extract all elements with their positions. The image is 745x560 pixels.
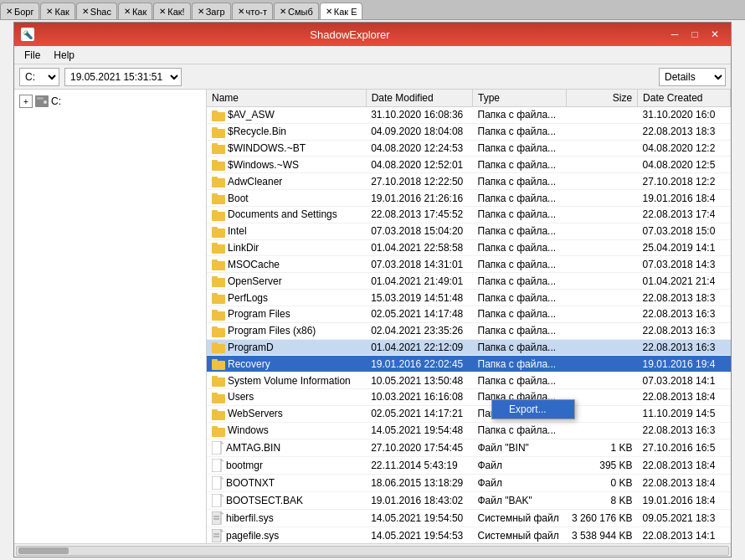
table-row[interactable]: Program Files (x86)02.04.2021 23:35:26Па… [207,322,731,339]
file-type: Файл [473,456,567,474]
date-select[interactable]: 19.05.2021 15:31:51 [64,68,182,86]
file-icon [212,109,228,121]
file-name-text: pagefile.sys [226,530,279,542]
table-row[interactable]: AMTAG.BIN27.10.2020 17:54:45Файл "BIN"1 … [207,439,731,456]
table-row[interactable]: Intel07.03.2018 15:04:20Папка с файла...… [207,223,731,239]
file-type: Папка с файла... [473,140,567,157]
view-select[interactable]: Details [659,68,726,86]
table-row[interactable]: ProgramD01.04.2021 22:12:09Папка с файла… [207,339,731,356]
table-row[interactable]: Recovery19.01.2016 22:02:45Папка с файла… [207,356,731,372]
file-size [567,339,638,356]
table-row[interactable]: Windows14.05.2021 19:54:48Папка с файла.… [207,422,731,439]
table-row[interactable]: Users10.03.2021 16:16:08Папка с файла...… [207,389,731,406]
table-row[interactable]: AdwCleaner27.10.2018 12:22:50Папка с фай… [207,173,731,190]
tab-close-x[interactable]: ✕ [326,7,332,16]
tab-close-x[interactable]: ✕ [280,7,286,16]
tab-shac[interactable]: ✕ Shac [76,3,117,19]
tab-shadowexplorer[interactable]: ✕ Как Е [320,3,363,19]
tab-close-x[interactable]: ✕ [46,7,53,16]
table-row[interactable]: OpenServer01.04.2021 21:49:01Папка с фай… [207,273,731,290]
svg-marker-44 [221,441,224,444]
close-button[interactable]: ✕ [706,27,724,42]
col-name[interactable]: Name [207,90,366,107]
file-date-modified: 14.05.2021 19:54:48 [366,422,472,439]
tab-close-x[interactable]: ✕ [238,7,244,16]
file-icon [212,476,226,490]
file-name-text: ProgramD [228,342,274,353]
context-menu-export[interactable]: Export... [492,400,574,419]
table-row[interactable]: $WINDOWS.~BT04.08.2020 12:24:53Папка с ф… [207,140,731,157]
file-size: 8 KB [567,491,638,509]
table-row[interactable]: $Windows.~WS04.08.2020 12:52:01Папка с ф… [207,157,731,173]
col-date-modified[interactable]: Date Modified [366,90,472,107]
tree-item-c[interactable]: + C: [18,93,203,110]
tab-kak1[interactable]: ✕ Как [40,3,74,19]
tab-chto[interactable]: ✕ что-т [232,3,273,19]
menu-help[interactable]: Help [47,48,81,63]
app-icon: 🔦 [21,28,34,41]
file-type: Папка с файла... [473,239,567,256]
table-row[interactable]: PerfLogs15.03.2019 14:51:48Папка с файла… [207,290,731,306]
file-name-cell: LinkDir [207,239,366,256]
table-row[interactable]: pagefile.sys14.05.2021 19:54:53Системный… [207,527,731,543]
file-name-cell: MSOCache [207,256,366,273]
file-name-text: PerfLogs [228,292,268,304]
tab-label: Загр [206,7,225,17]
file-date-created: 07.03.2018 15:0 [638,223,731,239]
table-row[interactable]: Program Files02.05.2021 14:17:48Папка с … [207,306,731,322]
tab-close-x[interactable]: ✕ [124,7,131,16]
table-row[interactable]: LinkDir01.04.2021 22:58:58Папка с файла.… [207,239,731,256]
file-name-text: $WINDOWS.~BT [228,142,306,154]
file-name-text: AdwCleaner [228,176,282,188]
file-date-modified: 07.03.2018 15:04:20 [366,223,472,239]
table-row[interactable]: hiberfil.sys14.05.2021 19:54:50Системный… [207,509,731,527]
tab-close-x[interactable]: ✕ [159,7,166,16]
file-panel[interactable]: Name Date Modified Type Size Date Create… [207,90,731,543]
tree-expand-icon[interactable]: + [19,95,33,108]
table-row[interactable]: bootmgr22.11.2014 5:43:19Файл395 KB22.08… [207,456,731,474]
file-date-created: 19.01.2016 19:4 [638,356,731,372]
table-row[interactable]: MSOCache07.03.2018 14:31:01Папка с файла… [207,256,731,273]
tab-close-x[interactable]: ✕ [198,7,204,16]
tab-zagr[interactable]: ✕ Загр [192,3,231,19]
table-row[interactable]: Boot19.01.2016 21:26:16Папка с файла...1… [207,190,731,207]
file-name-cell: AMTAG.BIN [207,439,366,456]
menu-bar: File Help [14,46,731,64]
file-date-modified: 19.01.2016 18:43:02 [366,491,472,509]
table-row[interactable]: System Volume Information10.05.2021 13:5… [207,372,731,389]
col-date-created[interactable]: Date Created [638,90,731,107]
col-size[interactable]: Size [567,90,638,107]
file-type: Папка с файла... [473,190,567,207]
tab-borg[interactable]: ✕ Борг [0,3,39,19]
table-row[interactable]: WebServers02.05.2021 14:17:21Папка с фай… [207,405,731,422]
horizontal-scrollbar[interactable] [14,543,731,557]
col-type[interactable]: Type [473,90,567,107]
table-row[interactable]: $AV_ASW31.10.2020 16:08:36Папка с файла.… [207,107,731,124]
drive-select[interactable]: C: [19,68,59,86]
svg-rect-16 [212,210,218,213]
svg-point-2 [44,100,47,104]
svg-rect-42 [212,426,218,429]
tab-label: Как [132,7,146,17]
minimize-button[interactable]: ─ [665,27,684,42]
file-icon [212,529,226,542]
svg-rect-22 [212,259,218,263]
tab-close-x[interactable]: ✕ [6,7,13,16]
file-name-cell: Windows [207,422,366,439]
tab-smyb[interactable]: ✕ Смыб [274,3,319,19]
table-row[interactable]: Documents and Settings22.08.2013 17:45:5… [207,206,731,223]
tab-kak2[interactable]: ✕ Как [118,3,152,19]
table-row[interactable]: BOOTNXT18.06.2015 13:18:29Файл0 KB22.08.… [207,474,731,491]
restore-button[interactable]: □ [686,27,704,42]
tab-kak3[interactable]: ✕ Как! [153,3,190,19]
scrollbar-track[interactable] [16,546,729,556]
table-row[interactable]: $Recycle.Bin04.09.2020 18:04:08Папка с ф… [207,123,731,140]
menu-file[interactable]: File [18,48,47,63]
tab-close-x[interactable]: ✕ [82,7,89,16]
table-row[interactable]: BOOTSECT.BAK19.01.2016 18:43:02Файл "BAK… [207,491,731,509]
scrollbar-thumb[interactable] [18,547,69,554]
file-name-cell: $WINDOWS.~BT [207,140,366,157]
file-date-created: 09.05.2021 18:3 [638,509,731,527]
table-header: Name Date Modified Type Size Date Create… [207,90,731,107]
browser-tabs: ✕ Борг ✕ Как ✕ Shac ✕ Как ✕ Как! ✕ Загр … [0,0,745,20]
